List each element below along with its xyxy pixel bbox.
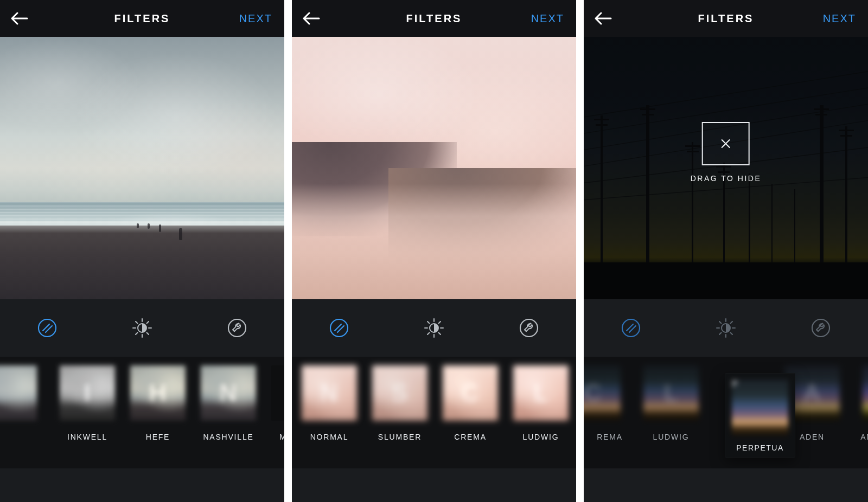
filter-letter: C [584,365,621,421]
tools-tab-icon[interactable] [224,315,250,341]
next-button[interactable]: NEXT [531,0,564,37]
filter-label: NASHVILLE [193,433,264,441]
filter-label: MANAGE [264,433,284,441]
filter-label: NORMAL [294,433,365,441]
arrow-left-icon [302,11,320,26]
svg-point-52 [812,319,829,337]
filter-strip[interactable]: C REMA L LUDWIG A ADEN A AMAR [584,357,868,468]
svg-line-32 [427,333,430,335]
filter-chip-normal[interactable]: N NORMAL [294,357,365,468]
filter-letter: L [513,365,569,421]
filter-strip[interactable]: N NORMAL S SLUMBER C CREMA L LUDWIG [292,357,576,468]
filter-label: CREMA [435,433,506,441]
svg-line-11 [136,333,138,335]
svg-line-50 [730,321,732,324]
header-title: FILTERS [114,12,170,25]
gear-icon [284,378,284,408]
filter-chip-manage[interactable]: MANAGE [264,357,284,468]
svg-line-31 [438,321,441,324]
arrow-left-icon [593,11,612,26]
filter-letter: S [372,365,427,421]
photo-preview[interactable] [0,37,284,299]
header: FILTERS NEXT [584,0,868,37]
next-button[interactable]: NEXT [823,0,856,37]
drag-to-hide-target[interactable]: DRAG TO HIDE [691,122,762,183]
svg-point-33 [520,319,538,337]
svg-line-10 [146,321,149,324]
filter-chip-perpetua-dragging[interactable]: P PERPETUA [725,373,795,458]
svg-line-30 [438,333,441,335]
lux-tab-icon[interactable] [713,315,739,341]
svg-line-48 [719,321,722,324]
filters-tab-icon[interactable] [618,315,644,341]
filter-letter: L [643,365,699,421]
filter-letter: A [863,365,868,421]
edit-toolbar [0,299,284,357]
filter-label: PERPETUA [731,443,789,452]
edit-toolbar [584,299,868,357]
filter-chip-slumber[interactable]: S SLUMBER [365,357,435,468]
filters-tab-icon[interactable] [34,315,60,341]
svg-point-40 [622,319,640,337]
tools-tab-icon[interactable] [808,315,834,341]
tools-tab-icon[interactable] [516,315,542,341]
filter-chip-crema-partial[interactable]: C REMA [584,357,636,468]
filter-label: SLUMBER [365,433,435,441]
back-button[interactable] [10,0,28,37]
filter-label: LUDWIG [506,433,576,441]
filter-letter: C [443,365,498,421]
filter-strip[interactable]: I INKWELL H HEFE N NASHVILLE [0,357,284,468]
header: FILTERS NEXT [292,0,576,37]
filter-label: LUDWIG [636,433,706,441]
drag-to-hide-label: DRAG TO HIDE [691,174,762,183]
filter-label: INKWELL [52,433,123,441]
header-title: FILTERS [406,12,462,25]
header: FILTERS NEXT [0,0,284,37]
filter-letter: I [60,365,115,421]
svg-line-8 [136,321,138,324]
svg-line-29 [427,321,430,324]
svg-point-21 [330,319,348,337]
filter-chip-amaro-partial[interactable]: A AMAR [847,357,868,468]
edit-toolbar [292,299,576,357]
next-button[interactable]: NEXT [239,0,272,37]
svg-point-12 [228,319,246,337]
close-icon [720,138,732,150]
back-button[interactable] [302,0,320,37]
filter-letter: N [201,365,256,421]
screen-2: FILTERS NEXT [292,0,576,502]
lux-tab-icon[interactable] [421,315,447,341]
photo-preview[interactable] [292,37,576,299]
photo-preview[interactable]: DRAG TO HIDE [584,37,868,299]
filter-label: AMAR [847,433,868,441]
svg-line-51 [719,333,722,335]
drag-to-hide-box [702,122,750,165]
svg-line-49 [730,333,732,335]
filter-letter: P [732,379,788,389]
filter-label: HEFE [123,433,193,441]
filter-letter: N [302,365,357,421]
filter-letter: H [130,365,186,421]
filter-chip-hefe[interactable]: H HEFE [123,357,193,468]
back-button[interactable] [593,0,612,37]
screen-3: FILTERS NEXT [584,0,868,502]
filter-chip-ludwig[interactable]: L LUDWIG [506,357,576,468]
filter-chip-nashville[interactable]: N NASHVILLE [193,357,264,468]
filter-chip-partial[interactable] [0,357,52,468]
filter-chip-crema[interactable]: C CREMA [435,357,506,468]
filter-chip-ludwig[interactable]: L LUDWIG [636,357,706,468]
filter-label: REMA [584,433,636,441]
lux-tab-icon[interactable] [129,315,155,341]
filter-chip-inkwell[interactable]: I INKWELL [52,357,123,468]
arrow-left-icon [10,11,28,26]
filters-tab-icon[interactable] [326,315,352,341]
svg-point-0 [39,319,56,337]
header-title: FILTERS [698,12,754,25]
screen-1: FILTERS NEXT [0,0,284,502]
svg-line-9 [146,333,149,335]
